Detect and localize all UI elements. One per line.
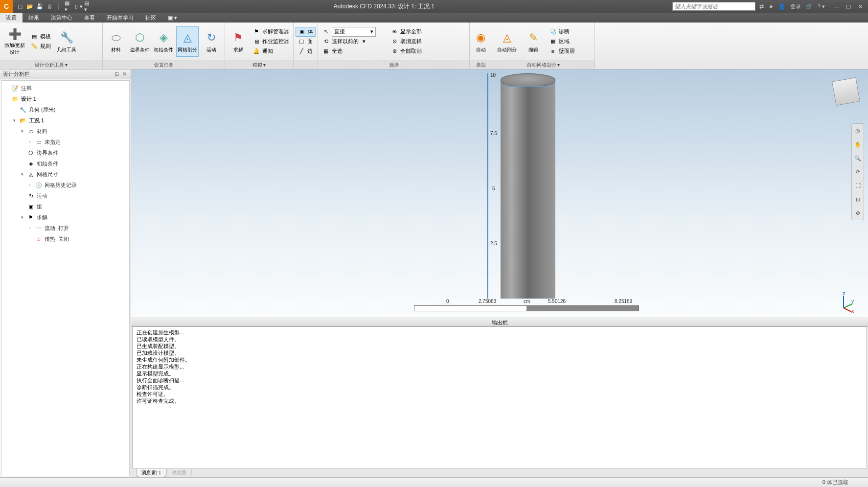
tree-design[interactable]: 📁设计 1 bbox=[3, 93, 127, 104]
direct-select[interactable]: ↖直接▾ bbox=[320, 27, 378, 37]
output-log[interactable]: 正在创建原生模型... 已读取模型文件。 已生成装配模型。 已加载设计模型。 未… bbox=[132, 326, 867, 468]
save-icon[interactable]: 💾 bbox=[35, 2, 44, 11]
wall-layer-button[interactable]: ≡壁面层 bbox=[547, 46, 577, 56]
tree-meshsize[interactable]: ▾◬网格尺寸 bbox=[3, 169, 127, 180]
viewport-3d[interactable]: 10 7.5 5 2.5 0 2.75063 cm 5.50126 8.2518… bbox=[131, 70, 868, 318]
pan-icon[interactable]: ✋ bbox=[853, 139, 863, 149]
steering-icon[interactable]: ◎ bbox=[853, 126, 863, 136]
open-icon[interactable]: 📂 bbox=[25, 2, 34, 11]
tree-solve[interactable]: ▾⚑求解 bbox=[3, 212, 127, 223]
body-select-button[interactable]: ▣体 bbox=[296, 27, 316, 37]
job-monitor-button[interactable]: 🖥作业监控器 bbox=[251, 37, 291, 46]
minimize-button[interactable]: — bbox=[832, 2, 842, 10]
tab-convergence[interactable]: 收敛图 bbox=[166, 469, 192, 477]
panel-header: 设计分析栏 ⊡✕ bbox=[0, 70, 131, 79]
axis-triad[interactable]: z y x bbox=[834, 293, 853, 313]
tree-geom[interactable]: 🔧几何 (厘米) bbox=[3, 104, 127, 115]
signin-icon[interactable]: ⇄ bbox=[759, 3, 764, 10]
tab-setup[interactable]: 设置 bbox=[0, 13, 23, 23]
tree-materials[interactable]: ▾⬭材料 bbox=[3, 126, 127, 137]
tree-ic[interactable]: ◈初始条件 bbox=[3, 158, 127, 169]
add-design-button[interactable]: ➕添加/更新设计 bbox=[2, 26, 27, 57]
tree-flow[interactable]: ›〰流动: 打开 bbox=[3, 223, 127, 233]
doc-icon[interactable]: ▯ ▾ bbox=[74, 2, 83, 11]
login-link[interactable]: 登录 bbox=[790, 3, 801, 10]
tab-view[interactable]: 查看 bbox=[78, 13, 101, 23]
saveall-icon[interactable]: ⎙ bbox=[45, 2, 54, 11]
close-button[interactable]: ✕ bbox=[855, 2, 865, 10]
tree-case[interactable]: ▾📂工况 1 bbox=[3, 115, 127, 126]
cancel-all-button[interactable]: ⊗全部取消 bbox=[388, 46, 424, 56]
solve-manager-button[interactable]: ⚑求解管理器 bbox=[251, 27, 291, 37]
cube-icon: ▣ bbox=[298, 28, 306, 36]
close-panel-icon[interactable]: ✕ bbox=[121, 71, 128, 77]
tree-meshhist[interactable]: ›🕓网格历史记录 bbox=[3, 180, 127, 190]
materials-button[interactable]: ⬭材料 bbox=[105, 26, 128, 57]
group-label[interactable]: 自动网格划分 ▾ bbox=[492, 60, 594, 69]
mesh-button[interactable]: ◬网格剖分 bbox=[176, 26, 199, 57]
auto-type-button[interactable]: ◉自动 bbox=[472, 26, 490, 57]
fit-icon[interactable]: ⛶ bbox=[853, 181, 863, 190]
group-label[interactable]: 模拟 ▾ bbox=[225, 60, 293, 69]
more-icon[interactable]: ⊘ bbox=[853, 208, 863, 218]
show-all-button[interactable]: 👁显示全部 bbox=[388, 27, 424, 37]
bc-button[interactable]: ⬡边界条件 bbox=[129, 26, 152, 57]
grid-icon[interactable]: ▤ ▾ bbox=[84, 2, 93, 11]
model-cylinder[interactable] bbox=[501, 73, 555, 299]
group-label: 类型 bbox=[470, 60, 492, 69]
tree-motion[interactable]: ↻运动 bbox=[3, 190, 127, 201]
cart-icon[interactable]: 🛒 bbox=[806, 3, 813, 10]
tree-note[interactable]: 📝注释 bbox=[3, 83, 127, 93]
pencil-icon: ✎ bbox=[525, 30, 541, 46]
tab-extras[interactable]: ▣ ▾ bbox=[162, 13, 183, 23]
geom-tools-button[interactable]: 🔧几何工具 bbox=[54, 26, 79, 57]
orbit-icon[interactable]: ⟳ bbox=[853, 167, 863, 177]
notify-button[interactable]: 🔔通知 bbox=[251, 46, 291, 56]
ic-button[interactable]: ◈初始条件 bbox=[152, 26, 175, 57]
user-icon[interactable]: 👤 bbox=[778, 3, 785, 10]
automesh-button[interactable]: ◬自动剖分 bbox=[494, 26, 520, 57]
tree-group[interactable]: ▣组 bbox=[3, 201, 127, 212]
region-button[interactable]: ▦区域 bbox=[547, 37, 577, 46]
select-all-button[interactable]: ▦全选 bbox=[320, 46, 378, 56]
maximize-button[interactable]: ▢ bbox=[844, 2, 853, 10]
ruler-icon: 📏 bbox=[30, 43, 38, 50]
edge-select-button[interactable]: ╱边 bbox=[296, 46, 316, 56]
pin-icon[interactable]: ⊡ bbox=[113, 71, 120, 77]
diagnose-button[interactable]: 🩺诊断 bbox=[547, 27, 577, 37]
tab-community[interactable]: 社区 bbox=[139, 13, 162, 23]
template-button[interactable]: ▤模板 bbox=[28, 32, 53, 42]
lookat-icon[interactable]: ⊡ bbox=[853, 194, 863, 204]
tree-bc[interactable]: ⬡边界条件 bbox=[3, 147, 127, 158]
help-icon[interactable]: ? ▾ bbox=[818, 3, 825, 10]
tab-decision[interactable]: 决策中心 bbox=[45, 13, 78, 23]
sep: │ bbox=[55, 2, 64, 11]
view-cube[interactable] bbox=[832, 77, 860, 106]
star-icon[interactable]: ★ bbox=[769, 3, 774, 10]
design-tree[interactable]: 📝注释 📁设计 1 🔧几何 (厘米) ▾📂工况 1 ▾⬭材料 ›⬭未指定 ⬡边界… bbox=[1, 80, 130, 476]
tree-heat[interactable]: ♨传热: 关闭 bbox=[3, 233, 127, 244]
clipboard-icon[interactable]: ▦ ▾ bbox=[65, 2, 73, 11]
log-line: 已生成装配模型。 bbox=[137, 343, 863, 349]
rules-button[interactable]: 📏规则 bbox=[28, 42, 53, 51]
face-select-button[interactable]: ▢面 bbox=[296, 37, 316, 46]
new-icon[interactable]: ▢ bbox=[16, 2, 24, 11]
menubar: 设置 结果 决策中心 查看 开始并学习 社区 ▣ ▾ bbox=[0, 13, 868, 23]
cancel-select-button[interactable]: ⊘取消选择 bbox=[388, 37, 424, 46]
direct-dropdown[interactable]: 直接▾ bbox=[332, 27, 376, 37]
scale-bar bbox=[414, 305, 639, 311]
solve-button[interactable]: ⚑求解 bbox=[227, 26, 250, 57]
zoom-icon[interactable]: 🔍 bbox=[853, 153, 863, 163]
tab-message[interactable]: 消息窗口 bbox=[136, 469, 166, 477]
log-line: 正在构建显示模型... bbox=[137, 363, 863, 370]
tree-unspec[interactable]: ›⬭未指定 bbox=[3, 137, 127, 147]
edit-mesh-button[interactable]: ✎编辑 bbox=[521, 26, 546, 57]
tab-results[interactable]: 结果 bbox=[23, 13, 45, 23]
motion-button[interactable]: ↻运动 bbox=[200, 26, 223, 57]
select-previous-button[interactable]: ⟲选择以前的▾ bbox=[320, 37, 378, 46]
tab-getstarted[interactable]: 开始并学习 bbox=[101, 13, 139, 23]
search-input[interactable] bbox=[672, 2, 755, 11]
group-label[interactable]: 设计分析工具 ▾ bbox=[0, 60, 102, 69]
ruler-vertical bbox=[487, 73, 488, 299]
app-icon[interactable]: C bbox=[0, 0, 13, 13]
